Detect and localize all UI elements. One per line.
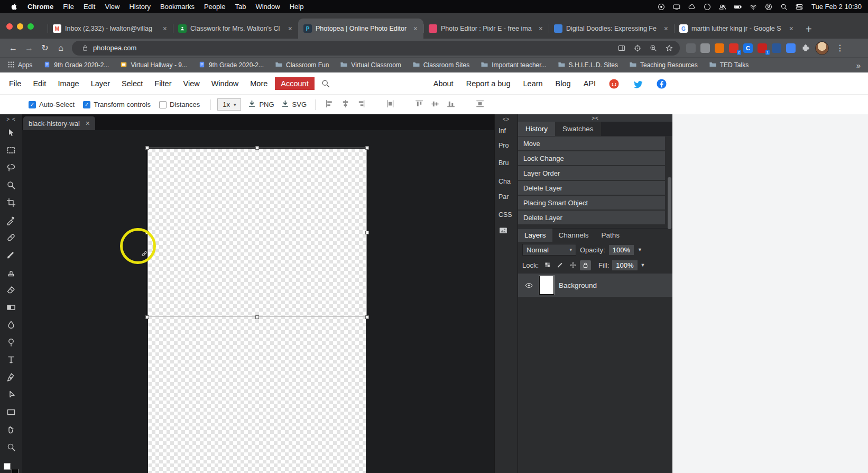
status-search-icon[interactable] [780,3,788,11]
bookmark-doc[interactable]: 9th Grade 2020-2... [43,61,109,70]
zoom-in-icon[interactable] [649,44,658,52]
tab-layers[interactable]: Layers [518,229,552,242]
zoom-window-button[interactable] [27,23,34,30]
tab-close-icon[interactable]: × [537,24,544,33]
align-left-icon[interactable] [325,99,334,110]
layer-row[interactable]: Background [518,274,672,297]
bookmark-slide[interactable]: Virtual Hallway - 9... [120,61,187,70]
option-auto-select[interactable]: ✓Auto-Select [29,101,75,108]
opacity-dropdown-icon[interactable]: ▼ [638,247,642,252]
macos-menu-window[interactable]: Window [251,3,284,11]
tab-paths[interactable]: Paths [595,229,626,242]
url-text[interactable]: photopea.com [93,44,610,52]
pp-menu-window[interactable]: Window [206,79,245,88]
align-center-h-icon[interactable] [341,99,350,110]
extension-icon[interactable]: 1 [758,43,767,53]
align-right-icon[interactable] [357,99,366,110]
menu-bar-clock[interactable]: Tue Feb 2 10:30 [811,3,862,11]
transform-handle[interactable] [365,231,369,234]
extension-icon[interactable] [715,43,724,53]
dock-panel-par[interactable]: Par [498,193,516,201]
minimize-window-button[interactable] [17,23,23,30]
address-bar[interactable]: photopea.com [72,41,680,56]
align-top-icon[interactable] [415,99,424,110]
checker-lock-icon[interactable] [542,260,553,270]
close-window-button[interactable] [6,23,13,30]
reload-button[interactable]: ↻ [37,41,53,56]
option-transform-controls[interactable]: ✓Transform controls [83,101,151,108]
tab-close-icon[interactable]: × [788,24,795,33]
history-item[interactable]: Move [518,137,665,150]
macos-menu-tab[interactable]: Tab [230,3,251,11]
hand-tool[interactable] [0,421,22,438]
checkbox-icon[interactable]: ✓ [29,101,36,108]
transform-handle[interactable] [255,146,259,150]
pp-link-report-a-bug[interactable]: Report a bug [466,79,511,88]
scrollbar-thumb[interactable] [668,177,671,229]
pp-menu-filter[interactable]: Filter [149,79,177,88]
background-color[interactable] [12,469,19,473]
tools-collapse-handle[interactable]: > < [0,114,22,124]
object-select-tool[interactable] [0,176,22,194]
macos-menu-bookmarks[interactable]: Bookmarks [155,3,199,11]
extension-icon[interactable] [786,43,796,53]
zoom-tool-tool[interactable] [0,438,22,456]
eraser-tool[interactable] [0,281,22,298]
foreground-color[interactable] [4,463,11,470]
document-tab[interactable]: black-history-wal × [23,116,95,130]
extension-icon[interactable]: 2 [729,43,738,53]
tab-close-icon[interactable]: × [287,24,294,33]
pp-menu-more[interactable]: More [244,79,273,88]
macos-menu-help[interactable]: Help [285,3,309,11]
gradient-tool[interactable] [0,298,22,316]
move-tool[interactable] [0,124,22,141]
brush-lock-icon[interactable] [555,260,566,270]
extension-icon[interactable] [772,43,781,53]
panel-collapse-handle[interactable]: >< [518,114,672,122]
pp-menu-layer[interactable]: Layer [85,79,116,88]
browser-tab[interactable]: Digital Doodles: Expressing Fe× [549,19,674,39]
extension-icon[interactable]: C [743,43,753,53]
transform-handle[interactable] [365,315,369,319]
dock-panel-cha[interactable]: Cha [498,178,516,185]
tab-close-icon[interactable]: × [161,24,169,33]
browser-tab[interactable]: PPhotopea | Online Photo Editor× [298,19,423,39]
history-item[interactable]: Lock Change [518,151,665,165]
bookmark-folder[interactable]: Virtual Classroom [340,60,401,70]
path-select-tool[interactable] [0,386,22,403]
profile-avatar[interactable] [815,41,829,55]
option-distances[interactable]: Distances [159,101,200,108]
status-record-icon[interactable] [657,3,666,11]
tab-swatches[interactable]: Swatches [555,122,601,136]
fill-value[interactable]: 100% [612,260,637,270]
opacity-value[interactable]: 100% [609,245,634,255]
transform-handle[interactable] [145,146,149,150]
stamp-tool[interactable] [0,263,22,281]
home-button[interactable]: ⌂ [53,41,69,56]
pp-menu-edit[interactable]: Edit [27,79,52,88]
macos-menu-edit[interactable]: Edit [79,3,100,11]
blend-mode-select[interactable]: Normal ▾ [522,244,576,256]
bookmark-folder[interactable]: Classroom Fun [275,60,329,70]
extension-icon[interactable] [700,43,710,53]
transform-handle[interactable] [255,315,259,319]
align-middle-icon[interactable] [431,99,440,110]
status-display-icon[interactable] [672,3,681,11]
pp-link-api[interactable]: API [584,79,596,88]
pp-search-icon[interactable] [321,79,330,88]
status-battery-icon[interactable] [734,3,742,11]
dock-panel-css[interactable]: CSS [498,211,516,219]
bookmark-grid[interactable]: Apps [7,61,32,70]
status-user-icon[interactable] [764,3,773,11]
document-close-icon[interactable]: × [86,119,90,128]
macos-menu-file[interactable]: File [58,3,79,11]
history-item[interactable]: Delete Layer [518,181,665,195]
bookmark-doc[interactable]: 9th Grade 2020-2... [198,61,264,70]
dock-panel-bru[interactable]: Bru [498,159,516,167]
distribute-v-icon[interactable] [386,99,395,110]
pp-menu-view[interactable]: View [178,79,206,88]
dodge-tool[interactable] [0,333,22,351]
browser-tab[interactable]: MInbox (2,332) - lwalton@villag× [48,19,173,39]
pp-link-about[interactable]: About [433,79,454,88]
browser-tab[interactable]: Classwork for Mrs. Walton's Cl× [173,19,298,39]
